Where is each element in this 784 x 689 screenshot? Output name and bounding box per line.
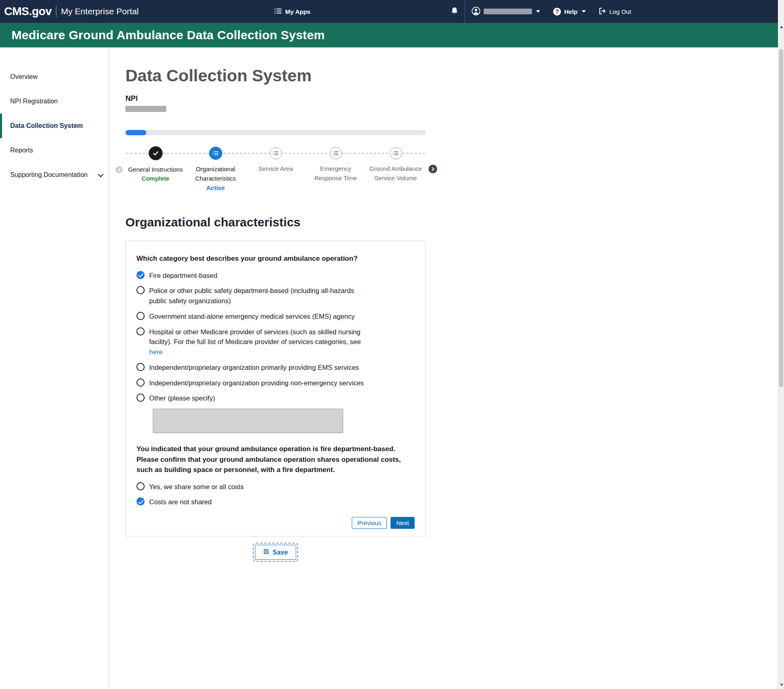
triangle-up-icon [780, 26, 783, 28]
radio-option-government-ems[interactable]: Government stand-alone emergency medical… [136, 311, 415, 322]
card-button-row: Previous Next [136, 517, 415, 529]
step-status: Complete [141, 175, 169, 182]
npi-label: NPI [125, 94, 784, 103]
radio-option-police-public-safety[interactable]: Police or other public safety department… [136, 286, 415, 306]
logout-icon [599, 8, 606, 16]
radio-selected-icon[interactable] [136, 271, 145, 279]
brand-divider [56, 6, 56, 17]
stepper-step-general-instructions[interactable]: General Instructions Complete [125, 146, 185, 191]
radio-unselected-icon[interactable] [136, 394, 145, 402]
save-disk-icon [263, 548, 269, 556]
stepper-scroll-left-button[interactable] [116, 166, 123, 173]
page-layout: Overview NPI Registration Data Collectio… [0, 47, 784, 689]
save-button-container: Save [125, 545, 426, 576]
radio-selected-icon[interactable] [136, 497, 145, 506]
previous-button[interactable]: Previous [352, 517, 387, 529]
user-name-redacted [484, 9, 532, 14]
sidebar-item-reports[interactable]: Reports [0, 138, 109, 163]
radio-option-independent-non-emergency[interactable]: Independent/proprietary organization pro… [136, 378, 415, 388]
next-button[interactable]: Next [391, 517, 415, 529]
radio-option-costs-not-shared[interactable]: Costs are not shared [136, 497, 415, 507]
radio-option-label: Government stand-alone emergency medical… [149, 311, 355, 322]
radio-unselected-icon[interactable] [136, 312, 145, 320]
radio-unselected-icon[interactable] [136, 378, 145, 387]
radio-option-label: Hospital or other Medicare provider of s… [149, 327, 373, 357]
logout-label: Log Out [610, 8, 631, 15]
radio-option-label: Yes, we share some or all costs [149, 482, 243, 492]
app-header: Medicare Ground Ambulance Data Collectio… [0, 23, 784, 47]
step-list-icon [270, 147, 282, 159]
shared-costs-question-text: You indicated that your ground ambulance… [136, 444, 415, 475]
radio-option-label: Costs are not shared [149, 497, 212, 507]
notifications-button[interactable] [444, 0, 465, 23]
chevron-down-icon [98, 172, 103, 177]
bell-icon [451, 7, 458, 16]
chevron-down-icon [536, 10, 540, 13]
radio-unselected-icon[interactable] [136, 286, 145, 294]
stepper-step-organizational-characteristics[interactable]: Organizational Characteristics Active [185, 146, 246, 191]
radio-option-other[interactable]: Other (please specify) [136, 393, 415, 403]
step-list-icon [209, 147, 222, 160]
vertical-scrollbar[interactable] [778, 0, 784, 689]
list-icon [275, 8, 281, 15]
save-label: Save [273, 549, 288, 556]
step-complete-check-icon [149, 146, 163, 160]
step-label: Emergency Response Time [306, 164, 366, 183]
radio-option-independent-ems[interactable]: Independent/proprietary organization pri… [136, 362, 415, 373]
user-menu[interactable] [465, 0, 547, 23]
progress-bar [125, 130, 426, 135]
stepper-scroll-right-button[interactable] [429, 165, 437, 173]
scrollbar-thumb[interactable] [779, 49, 783, 387]
stepper-step-ground-ambulance-service-volume[interactable]: Ground Ambulance Service Volume [366, 146, 426, 191]
radio-option-share-costs-yes[interactable]: Yes, we share some or all costs [136, 482, 415, 492]
cms-brand[interactable]: CMS.gov My Enterprise Portal [4, 0, 139, 23]
progress-fill [125, 130, 146, 135]
radio-option-label: Police or other public safety department… [149, 286, 373, 306]
sidebar-item-data-collection-system[interactable]: Data Collection System [0, 114, 109, 138]
sidebar-item-overview[interactable]: Overview [0, 65, 109, 89]
top-navbar: CMS.gov My Enterprise Portal My Apps Hel… [0, 0, 784, 23]
scrollbar-up-arrow[interactable] [778, 24, 784, 30]
help-icon [553, 8, 561, 16]
step-status: Active [206, 184, 225, 191]
help-label: Help [564, 8, 578, 15]
chevron-down-icon [582, 10, 586, 13]
sidebar-item-label: Overview [10, 73, 38, 81]
main-content: Data Collection System NPI General Instr… [109, 47, 784, 689]
help-menu[interactable]: Help [547, 0, 592, 23]
step-list-icon [330, 147, 342, 159]
other-specify-textarea[interactable] [153, 409, 343, 433]
radio-option-label: Independent/proprietary organization pri… [149, 362, 359, 373]
section-title: Organizational characteristics [125, 215, 784, 229]
app-title: Medicare Ground Ambulance Data Collectio… [11, 28, 325, 42]
radio-option-text: Hospital or other Medicare provider of s… [149, 328, 361, 346]
sidebar-item-label: Supporting Documentation [10, 171, 87, 179]
user-icon [471, 7, 480, 17]
radio-unselected-icon[interactable] [136, 363, 145, 371]
sidebar-item-label: NPI Registration [10, 98, 58, 105]
logout-button[interactable]: Log Out [592, 0, 638, 23]
organizational-characteristics-form: Which category best describes your groun… [125, 241, 426, 537]
sidebar-item-supporting-documentation[interactable]: Supporting Documentation [0, 163, 109, 187]
radio-option-fire-department[interactable]: Fire department-based [136, 271, 415, 281]
radio-option-label: Independent/proprietary organization pro… [149, 378, 364, 388]
step-label: Organizational Characteristics [185, 164, 246, 183]
my-apps-label: My Apps [285, 8, 310, 15]
stepper: General Instructions Complete Organizati… [125, 146, 426, 196]
scrollbar-down-arrow[interactable] [778, 682, 784, 688]
stepper-step-emergency-response-time[interactable]: Emergency Response Time [306, 146, 366, 191]
radio-unselected-icon[interactable] [136, 482, 145, 490]
save-button[interactable]: Save [255, 545, 296, 560]
step-label: Ground Ambulance Service Volume [366, 164, 426, 183]
cms-logo: CMS.gov [4, 5, 51, 18]
provider-categories-link[interactable]: here [149, 348, 163, 356]
radio-option-hospital-provider[interactable]: Hospital or other Medicare provider of s… [136, 327, 415, 357]
step-list-icon [390, 147, 402, 159]
sidebar-item-label: Reports [10, 147, 33, 154]
stepper-step-service-area[interactable]: Service Area [246, 146, 306, 191]
radio-unselected-icon[interactable] [136, 327, 145, 336]
category-question-text: Which category best describes your groun… [136, 253, 415, 264]
my-apps-button[interactable]: My Apps [275, 0, 310, 23]
triangle-down-icon [780, 684, 783, 686]
sidebar-item-npi-registration[interactable]: NPI Registration [0, 89, 109, 114]
